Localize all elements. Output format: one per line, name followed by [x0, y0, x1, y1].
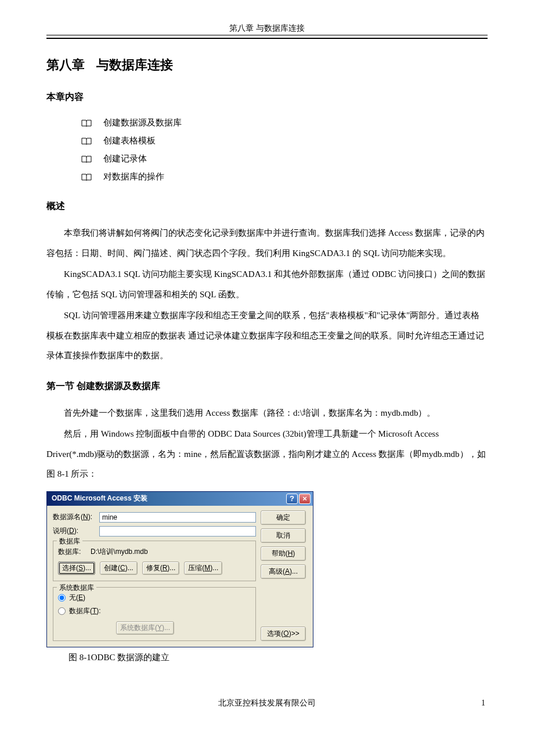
book-icon: [81, 174, 92, 181]
page-header: 第八章 与数据库连接: [46, 23, 488, 39]
radio-database-label: 数据库(T):: [69, 606, 101, 616]
toc-heading: 本章内容: [46, 91, 488, 103]
help-button[interactable]: 帮助(H): [261, 546, 306, 561]
dsn-label: 数据源名(N):: [53, 512, 99, 522]
dialog-title: ODBC Microsoft Access 安装: [52, 494, 147, 503]
book-icon: [81, 120, 92, 127]
advanced-button[interactable]: 高级(A)...: [261, 564, 306, 579]
options-button[interactable]: 选项(O)>>: [261, 627, 306, 641]
overview-paragraph: 本章我们将讲解如何将阀门的状态变化记录到数据库中并进行查询。数据库我们选择 Ac…: [46, 223, 488, 263]
desc-row: 说明(D):: [53, 524, 256, 538]
radio-none[interactable]: [58, 594, 66, 602]
section1-paragraph: 然后，用 Windows 控制面板中自带的 ODBC Data Sources …: [46, 424, 488, 484]
radio-none-row: 无(E): [58, 591, 251, 604]
compact-button[interactable]: 压缩(M)...: [184, 561, 222, 575]
sysdb-button: 系统数据库(Y)...: [116, 621, 174, 635]
book-icon: [81, 156, 92, 163]
close-icon[interactable]: ×: [299, 494, 311, 504]
footer-company: 北京亚控科技发展有限公司: [66, 698, 468, 708]
radio-none-label: 无(E): [69, 593, 85, 603]
desc-label: 说明(D):: [53, 526, 99, 536]
radio-db-row: 数据库(T):: [58, 604, 251, 618]
dsn-row: 数据源名(N):: [53, 510, 256, 524]
help-icon[interactable]: ?: [286, 494, 298, 504]
header-text: 第八章 与数据库连接: [229, 24, 305, 33]
create-button[interactable]: 创建(C)...: [100, 561, 138, 575]
dialog-left-panel: 数据源名(N): 说明(D): 数据库 数据库: D:\培训\mydb.mdb …: [53, 510, 256, 641]
ok-button[interactable]: 确定: [261, 510, 306, 525]
radio-database[interactable]: [58, 607, 66, 615]
cancel-button[interactable]: 取消: [261, 528, 306, 543]
sysdb-fieldset: 系统数据库 无(E) 数据库(T): 系统数据库(Y)...: [53, 587, 256, 641]
database-fieldset: 数据库 数据库: D:\培训\mydb.mdb 选择(S)... 创建(C)..…: [53, 541, 256, 581]
db-path-row: 数据库: D:\培训\mydb.mdb: [58, 545, 251, 561]
section1-heading: 第一节 创建数据源及数据库: [46, 380, 488, 393]
toc-text: 创建数据源及数据库: [103, 118, 182, 127]
db-button-row: 选择(S)... 创建(C)... 修复(R)... 压缩(M)...: [58, 561, 251, 575]
repair-button[interactable]: 修复(R)...: [142, 561, 180, 575]
select-button[interactable]: 选择(S)...: [58, 561, 95, 575]
toc-text: 创建表格模板: [103, 136, 156, 145]
overview-heading: 概述: [46, 200, 488, 213]
page-number: 1: [468, 699, 485, 708]
odbc-dialog-figure: ODBC Microsoft Access 安装 ? × 数据源名(N): 说明…: [46, 491, 488, 708]
overview-paragraph: KingSCADA3.1 SQL 访问功能主要实现 KingSCADA3.1 和…: [46, 264, 488, 304]
toc-list: 创建数据源及数据库 创建表格模板 创建记录体 对数据库的操作: [46, 114, 488, 186]
dsn-input[interactable]: [99, 512, 256, 523]
chapter-title: 第八章与数据库连接: [46, 56, 488, 74]
toc-item: 对数据库的操作: [81, 168, 488, 186]
toc-item: 创建数据源及数据库: [81, 114, 488, 132]
book-icon: [81, 138, 92, 145]
figure-caption: 图 8-1ODBC 数据源的建立: [46, 647, 488, 663]
overview-paragraph: SQL 访问管理器用来建立数据库字段和组态王变量之间的联系，包括"表格模板"和"…: [46, 305, 488, 366]
dialog-right-panel: 确定 取消 帮助(H) 高级(A)... 选项(O)>>: [261, 510, 307, 641]
toc-text: 对数据库的操作: [103, 172, 164, 181]
dialog-body: 数据源名(N): 说明(D): 数据库 数据库: D:\培训\mydb.mdb …: [47, 506, 313, 647]
sysdb-legend: 系统数据库: [57, 583, 96, 593]
toc-text: 创建记录体: [103, 154, 147, 163]
sysdb-button-row: 系统数据库(Y)...: [58, 618, 251, 635]
db-path-label: 数据库:: [58, 547, 91, 557]
titlebar-buttons: ? ×: [286, 494, 311, 504]
database-legend: 数据库: [57, 537, 82, 546]
toc-item: 创建表格模板: [81, 132, 488, 150]
toc-item: 创建记录体: [81, 150, 488, 168]
section1-paragraph: 首先外建一个数据库，这里我们选用 Access 数据库（路径：d:\培训，数据库…: [46, 403, 488, 423]
db-path-value: D:\培训\mydb.mdb: [91, 547, 148, 557]
dialog-titlebar: ODBC Microsoft Access 安装 ? ×: [47, 492, 313, 506]
desc-input[interactable]: [99, 526, 256, 537]
odbc-dialog: ODBC Microsoft Access 安装 ? × 数据源名(N): 说明…: [46, 491, 313, 647]
page-footer: 北京亚控科技发展有限公司 1: [46, 698, 488, 708]
